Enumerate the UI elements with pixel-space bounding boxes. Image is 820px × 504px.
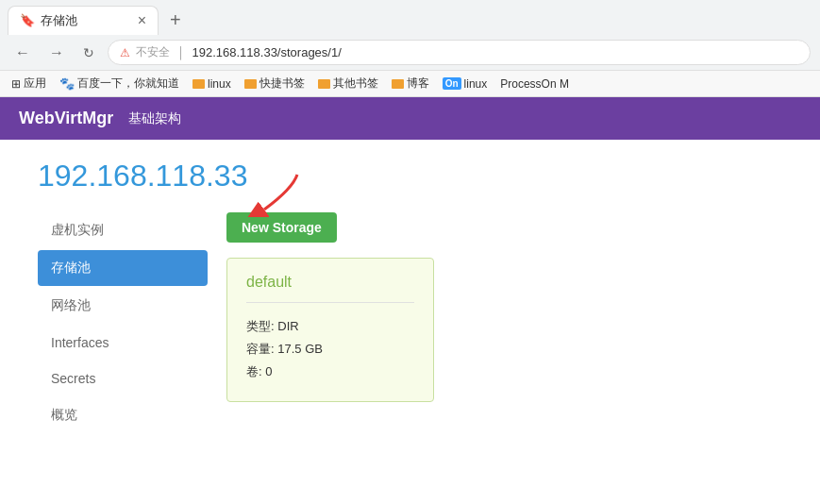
sidebar: 虚机实例 存储池 网络池 Interfaces Secrets 概览 xyxy=(38,212,208,435)
sidebar-item-vm[interactable]: 虚机实例 xyxy=(38,212,208,248)
sidebar-item-storage[interactable]: 存储池 xyxy=(38,250,208,286)
apps-grid-icon: ⊞ xyxy=(11,77,21,91)
app-header: WebVirtMgr 基础架构 xyxy=(0,97,820,140)
back-button[interactable]: ← xyxy=(9,41,36,65)
forward-button[interactable]: → xyxy=(43,41,70,65)
server-ip-title: 192.168.118.33 xyxy=(38,159,782,193)
main-layout: 虚机实例 存储池 网络池 Interfaces Secrets 概览 xyxy=(38,212,782,435)
new-storage-button[interactable]: New Storage xyxy=(226,212,337,243)
storage-card-title[interactable]: default xyxy=(246,274,414,291)
sidebar-item-interfaces[interactable]: Interfaces xyxy=(38,326,208,360)
tab-title: 存储池 xyxy=(41,12,132,29)
capacity-value: 17.5 GB xyxy=(277,342,323,356)
address-input[interactable]: ⚠ 不安全 │ 192.168.118.33/storages/1/ xyxy=(108,40,811,65)
nav-infrastructure[interactable]: 基础架构 xyxy=(128,110,181,127)
folder-icon xyxy=(192,79,205,89)
not-secure-label: 不安全 xyxy=(136,44,170,60)
tab-favicon: 🔖 xyxy=(20,13,35,28)
linux-label: linux xyxy=(208,77,231,91)
storage-volumes-row: 卷: 0 xyxy=(246,363,414,380)
volumes-value: 0 xyxy=(265,364,272,378)
processon-label: ProcessOn M xyxy=(500,77,569,91)
tab-close-button[interactable]: × xyxy=(138,13,146,28)
volumes-label: 卷: xyxy=(246,364,262,378)
card-divider xyxy=(246,302,414,303)
new-tab-button[interactable]: + xyxy=(162,6,189,35)
address-bar: ← → ↻ ⚠ 不安全 │ 192.168.118.33/storages/1/ xyxy=(0,35,820,70)
refresh-button[interactable]: ↻ xyxy=(77,42,100,64)
browser-chrome: 🔖 存储池 × + ← → ↻ ⚠ 不安全 │ 192.168.118.33/s… xyxy=(0,0,820,97)
on-icon: On xyxy=(443,77,461,90)
content-area: New Storage default 类型: DIR 容量: 17.5 GB … xyxy=(208,212,782,435)
security-icon: ⚠ xyxy=(120,46,130,59)
new-storage-section: New Storage xyxy=(226,212,337,243)
quick-label: 快捷书签 xyxy=(259,76,305,92)
apps-button[interactable]: ⊞ 应用 xyxy=(8,74,50,93)
storage-type-row: 类型: DIR xyxy=(246,318,414,335)
type-label: 类型: xyxy=(246,319,275,333)
app-logo: WebVirtMgr xyxy=(19,109,113,128)
storage-capacity-row: 容量: 17.5 GB xyxy=(246,341,414,358)
type-value: DIR xyxy=(277,319,298,333)
capacity-label: 容量: xyxy=(246,342,275,356)
sidebar-item-overview[interactable]: 概览 xyxy=(38,397,208,433)
bookmark-on[interactable]: On linux xyxy=(439,76,492,92)
sidebar-item-network[interactable]: 网络池 xyxy=(38,288,208,324)
baidu-label: 百度一下，你就知道 xyxy=(77,76,179,92)
bookmark-other[interactable]: 其他书签 xyxy=(314,74,382,93)
bookmark-blog[interactable]: 博客 xyxy=(388,74,433,93)
storage-card-default: default 类型: DIR 容量: 17.5 GB 卷: 0 xyxy=(226,258,434,402)
bookmark-baidu[interactable]: 🐾 百度一下，你就知道 xyxy=(56,74,183,93)
baidu-icon: 🐾 xyxy=(59,76,75,91)
page-content: 192.168.118.33 虚机实例 存储池 网络池 Interfaces S… xyxy=(0,140,820,454)
linux2-label: linux xyxy=(464,77,488,91)
separator: │ xyxy=(177,46,185,59)
bookmarks-bar: ⊞ 应用 🐾 百度一下，你就知道 linux 快捷书签 其他书签 博客 On l… xyxy=(0,70,820,96)
active-tab[interactable]: 🔖 存储池 × xyxy=(8,6,159,35)
apps-label: 应用 xyxy=(24,76,46,92)
folder-icon xyxy=(318,79,330,89)
sidebar-item-secrets[interactable]: Secrets xyxy=(38,361,208,395)
folder-icon xyxy=(244,79,257,89)
other-label: 其他书签 xyxy=(333,76,378,92)
bookmark-quick[interactable]: 快捷书签 xyxy=(241,74,309,93)
folder-icon xyxy=(392,79,404,89)
bookmark-processon[interactable]: ProcessOn M xyxy=(496,76,573,92)
tab-bar: 🔖 存储池 × + xyxy=(0,0,820,35)
url-text: 192.168.118.33/storages/1/ xyxy=(192,45,799,59)
blog-label: 博客 xyxy=(407,76,429,92)
bookmark-linux[interactable]: linux xyxy=(189,76,235,92)
